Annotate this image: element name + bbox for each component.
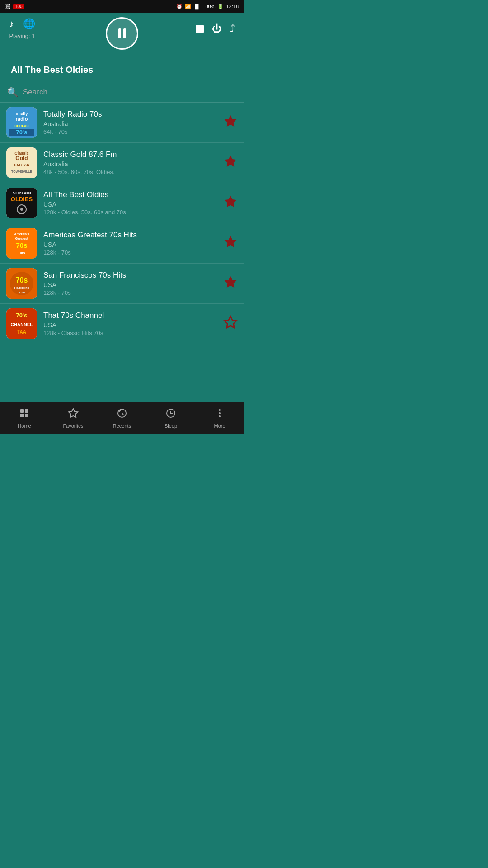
svg-text:Gold: Gold [15,155,28,161]
more-icon [214,408,225,421]
svg-text:OLDIES: OLDIES [11,196,33,203]
nav-recents[interactable]: Recents [108,408,136,429]
globe-icon[interactable] [23,18,35,30]
station-logo: All The Best OLDIES [6,188,37,218]
station-meta: 128k - Classic Hits 70s [43,330,217,336]
header-left-icons: Playing: 1 [9,18,35,39]
station-name: Classic Gold 87.6 Fm [43,150,217,159]
nav-more-label: More [214,423,225,429]
svg-text:Hits: Hits [18,251,25,255]
search-input[interactable] [23,88,237,97]
svg-text:RadioHits: RadioHits [14,286,29,289]
home-icon [19,408,30,421]
station-meta: 48k - 50s. 60s. 70s. Oldies. [43,169,217,175]
clock-time: 12:18 [226,4,239,9]
favorite-button[interactable] [223,275,238,292]
station-name: Americas Greatest 70s Hits [43,231,217,240]
sleep-icon [165,408,176,421]
svg-rect-36 [20,409,24,413]
share-button[interactable] [230,23,235,35]
svg-marker-18 [225,195,237,207]
music-icon[interactable] [9,18,14,30]
station-logo: America's Greatest 70s Hits [6,228,37,259]
station-country: Australia [43,120,217,127]
svg-marker-6 [225,115,237,126]
now-playing-title: All The Best Oldies [9,65,235,75]
station-info: San Franciscos 70s HitsUSA128k - 70s [43,271,217,296]
station-name: That 70s Channel [43,311,217,320]
svg-point-44 [219,412,221,414]
header-icons-row: Playing: 1 [9,18,235,39]
battery-label: 100% [202,4,215,9]
recents-icon [117,408,127,421]
station-item[interactable]: 70's CHANNEL TAA That 70s ChannelUSA128k… [0,304,244,344]
station-meta: 64k - 70s [43,128,217,135]
favorite-button[interactable] [223,194,238,212]
station-name: San Franciscos 70s Hits [43,271,217,280]
station-info: Totally Radio 70sAustralia64k - 70s [43,110,217,135]
svg-marker-12 [225,155,237,166]
station-item[interactable]: totally radio com.au 70's Totally Radio … [0,103,244,143]
station-country: USA [43,281,217,288]
station-logo: totally radio com.au 70's [6,107,37,138]
bottom-nav: Home Favorites Recents Sleep [0,402,244,434]
favorite-button[interactable] [223,154,238,172]
svg-point-17 [20,208,23,211]
svg-marker-30 [225,276,237,287]
status-bar: 🖼 100 ⏰ 📶 ▐▌ 100% 🔋 12:18 [0,0,244,13]
status-left: 🖼 100 [5,4,24,9]
station-info: Classic Gold 87.6 FmAustralia48k - 50s. … [43,150,217,175]
nav-recents-label: Recents [113,423,131,429]
playing-label: Playing: 1 [9,33,35,39]
station-country: USA [43,201,217,208]
search-icon: 🔍 [7,87,19,98]
search-bar: 🔍 [0,82,244,103]
nav-favorites[interactable]: Favorites [60,408,87,429]
station-item[interactable]: 70s RadioHits .com San Franciscos 70s Hi… [0,264,244,304]
battery-icon: 🔋 [217,4,224,9]
station-meta: 128k - Oldies. 50s. 60s and 70s [43,209,217,216]
nav-sleep-label: Sleep [164,423,177,429]
photo-icon: 🖼 [5,4,10,9]
svg-text:CHANNEL: CHANNEL [11,322,33,327]
svg-text:70's: 70's [16,312,28,319]
station-name: All The Best Oldies [43,190,217,199]
favorite-button[interactable] [223,315,238,333]
nav-home[interactable]: Home [11,408,38,429]
station-item[interactable]: Classic Gold FM 87.6 TOWNSVILLE Classic … [0,143,244,183]
station-name: Totally Radio 70s [43,110,217,119]
stop-button[interactable] [196,25,204,33]
nav-favorites-label: Favorites [63,423,83,429]
app-icon: 100 [13,4,24,9]
nav-more[interactable]: More [206,408,233,429]
station-country: USA [43,321,217,329]
status-right: ⏰ 📶 ▐▌ 100% 🔋 12:18 [176,4,239,9]
svg-marker-40 [69,409,78,417]
svg-rect-38 [20,414,24,417]
pause-button[interactable] [106,17,138,50]
svg-text:All The Best: All The Best [13,191,31,194]
player-header: Playing: 1 All The Best Oldies [0,13,244,82]
favorite-button[interactable] [223,114,238,132]
station-item[interactable]: All The Best OLDIES All The Best OldiesU… [0,183,244,223]
svg-text:70s: 70s [16,276,28,284]
svg-marker-35 [225,316,237,327]
svg-text:America's: America's [14,232,29,236]
station-meta: 128k - 70s [43,289,217,296]
wifi-icon: 📶 [185,4,191,9]
station-list: totally radio com.au 70's Totally Radio … [0,103,244,344]
favorite-button[interactable] [223,235,238,252]
nav-home-label: Home [18,423,31,429]
svg-text:70s: 70s [16,241,27,249]
station-item[interactable]: America's Greatest 70s Hits Americas Gre… [0,223,244,264]
station-logo: Classic Gold FM 87.6 TOWNSVILLE [6,147,37,178]
svg-text:TOWNSVILLE: TOWNSVILLE [11,170,32,173]
svg-text:radio: radio [16,116,28,122]
station-logo: 70's CHANNEL TAA [6,308,37,339]
nav-sleep[interactable]: Sleep [157,408,184,429]
svg-text:TAA: TAA [17,330,26,335]
power-button[interactable] [212,23,222,35]
svg-point-45 [219,415,221,417]
pause-icon [117,28,127,38]
svg-rect-37 [25,409,28,413]
